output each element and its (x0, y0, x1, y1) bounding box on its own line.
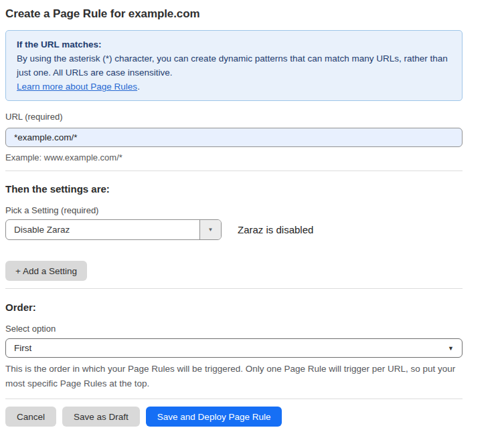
setting-picker-label: Pick a Setting (required) (5, 205, 463, 216)
divider (5, 288, 463, 289)
setting-select-row: Disable Zaraz ▼ Zaraz is disabled (5, 219, 463, 240)
page-title: Create a Page Rule for example.com (5, 7, 463, 21)
order-select-value: First (14, 343, 31, 353)
url-example: Example: www.example.com/* (5, 152, 463, 163)
order-select-label: Select option (5, 324, 463, 334)
divider (5, 171, 463, 171)
learn-more-link[interactable]: Learn more about Page Rules (17, 82, 137, 92)
info-box-link-line: Learn more about Page Rules. (17, 80, 451, 94)
order-select[interactable]: First ▼ (5, 338, 463, 358)
info-box-body: By using the asterisk (*) character, you… (17, 51, 451, 80)
page-rule-form: Create a Page Rule for example.com If th… (5, 0, 463, 427)
url-label: URL (required) (5, 112, 463, 122)
settings-heading: Then the settings are: (5, 183, 463, 195)
link-suffix: . (137, 82, 140, 92)
order-description: This is the order in which your Page Rul… (5, 362, 463, 391)
divider (5, 399, 463, 399)
chevron-down-icon: ▼ (448, 345, 454, 352)
cancel-button[interactable]: Cancel (5, 407, 56, 427)
setting-select-value: Disable Zaraz (6, 220, 199, 239)
order-heading: Order: (5, 302, 463, 313)
setting-select[interactable]: Disable Zaraz ▼ (5, 219, 222, 240)
add-setting-button[interactable]: + Add a Setting (5, 261, 87, 281)
save-and-deploy-button[interactable]: Save and Deploy Page Rule (146, 407, 282, 427)
setting-select-arrow-button[interactable]: ▼ (199, 220, 221, 239)
save-as-draft-button[interactable]: Save as Draft (62, 407, 140, 427)
chevron-down-icon: ▼ (208, 227, 214, 233)
setting-status-text: Zaraz is disabled (238, 224, 313, 235)
info-box-heading: If the URL matches: (17, 37, 451, 51)
url-input[interactable] (5, 128, 463, 147)
url-match-info-box: If the URL matches: By using the asteris… (5, 30, 463, 101)
form-actions: Cancel Save as Draft Save and Deploy Pag… (5, 407, 463, 427)
